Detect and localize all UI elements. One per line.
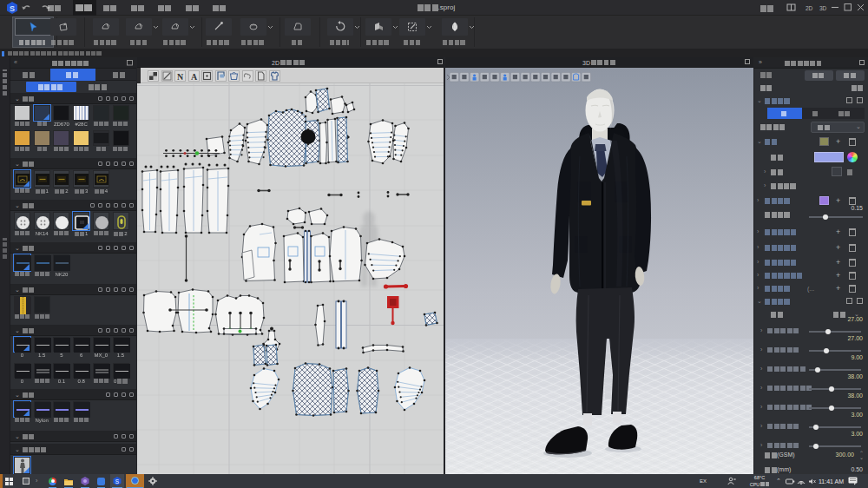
svg-text:S: S: [115, 478, 120, 485]
svg-text:S: S: [10, 4, 15, 13]
svg-text:A: A: [190, 71, 197, 81]
svg-text:3D: 3D: [819, 5, 827, 11]
svg-text:2D: 2D: [806, 5, 813, 11]
svg-text:N: N: [177, 71, 184, 81]
